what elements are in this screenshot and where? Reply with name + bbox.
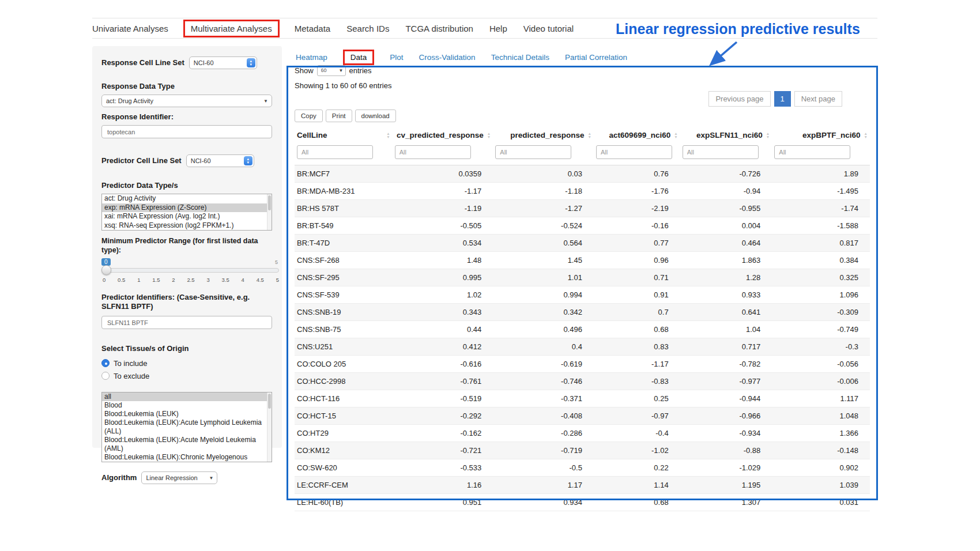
table-row[interactable]: CNS:SF-2681.481.450.961.8630.384 (295, 252, 870, 269)
copy-button[interactable]: Copy (295, 110, 323, 122)
column-header-act609699-nci60[interactable]: act609699_nci60▲▼ (594, 127, 680, 144)
cell-value: 0.934 (493, 494, 594, 511)
table-row[interactable]: CO:HCT-15-0.292-0.408-0.97-0.9661.048 (295, 407, 870, 425)
table-row[interactable]: CNS:SF-2950.9951.010.711.280.325 (295, 269, 870, 286)
table-row[interactable]: CO:SW-620-0.533-0.50.22-1.0290.902 (295, 459, 870, 477)
column-header-cellline[interactable]: CellLine▲▼ (295, 127, 393, 144)
response-data-type-select[interactable]: act: Drug Activity (101, 95, 272, 107)
results-table: CellLine▲▼cv_predicted_response▲▼predict… (295, 127, 870, 511)
table-row[interactable]: CNS:SNB-190.3430.3420.70.641-0.309 (295, 304, 870, 321)
table-row[interactable]: BR:T-47D0.5340.5640.770.4640.817 (295, 235, 870, 252)
cell-value: 1.048 (772, 407, 870, 425)
cell-value: 0.994 (493, 286, 594, 304)
nav-item-help[interactable]: Help (489, 24, 507, 33)
cell-value: -0.292 (393, 407, 493, 425)
table-row[interactable]: CO:HCT-116-0.519-0.3710.25-0.9441.117 (295, 390, 870, 407)
sort-icon: ▲▼ (386, 132, 390, 138)
filter-input-expbptf-nci60[interactable] (774, 145, 850, 159)
radio-icon (101, 359, 110, 367)
sort-icon: ▲▼ (674, 132, 677, 138)
cell-value: -0.966 (680, 407, 772, 425)
previous-page-button[interactable]: Previous page (708, 91, 770, 107)
nav-item-multivariate-analyses[interactable]: Multivariate Analyses (183, 20, 280, 37)
predictor-data-type-option[interactable]: act: Drug Activity (102, 194, 272, 203)
cell-value: 1.039 (772, 477, 870, 494)
filter-input-cv-predicted-response[interactable] (395, 145, 471, 159)
table-row[interactable]: CO:COLO 205-0.616-0.619-1.17-0.782-0.056 (295, 356, 870, 373)
sort-icon: ▲▼ (864, 132, 868, 138)
filter-input-cellline[interactable] (297, 145, 373, 159)
column-header-predicted-response[interactable]: predicted_response▲▼ (493, 127, 594, 144)
slider-handle[interactable] (101, 265, 111, 275)
column-header-expslfn11-nci60[interactable]: expSLFN11_nci60▲▼ (680, 127, 772, 144)
page-1-button[interactable]: 1 (774, 91, 791, 107)
filter-input-act609699-nci60[interactable] (596, 145, 672, 159)
tab-cross-validation[interactable]: Cross-Validation (419, 53, 476, 62)
table-row[interactable]: CO:HCC-2998-0.761-0.746-0.83-0.977-0.006 (295, 373, 870, 390)
predictor-cell-line-set-select[interactable]: NCI-60 (186, 154, 254, 167)
column-header-expbptf-nci60[interactable]: expBPTF_nci60▲▼ (772, 127, 870, 144)
slider-tick-label: 2.5 (187, 277, 194, 283)
cell-value: -0.934 (680, 425, 772, 442)
filter-input-expslfn11-nci60[interactable] (683, 145, 759, 159)
top-nav: Univariate AnalysesMultivariate Analyses… (92, 19, 574, 37)
radio-icon (101, 372, 110, 380)
tab-technical-details[interactable]: Technical Details (491, 53, 549, 62)
response-identifier-input[interactable] (101, 125, 272, 138)
next-page-button[interactable]: Next page (794, 91, 842, 107)
tissue-option[interactable]: Blood (102, 401, 272, 410)
cell-value: -1.588 (772, 217, 870, 235)
cell-value: 0.325 (772, 269, 870, 286)
print-button[interactable]: Print (326, 110, 352, 122)
show-entries-select[interactable]: 60 (317, 65, 346, 76)
predictor-identifiers-input[interactable] (101, 316, 272, 329)
filter-input-predicted-response[interactable] (495, 145, 571, 159)
nav-item-search-ids[interactable]: Search IDs (346, 24, 389, 33)
table-row[interactable]: LE:HL-60(TB)0.9510.9340.681.3070.031 (295, 494, 870, 511)
tab-heatmap[interactable]: Heatmap (296, 53, 327, 62)
predictor-data-type-option[interactable]: xai: mRNA Expression (Avg. log2 Int.) (102, 212, 272, 221)
column-header-cv-predicted-response[interactable]: cv_predicted_response▲▼ (393, 127, 493, 144)
tab-partial-correlation[interactable]: Partial Correlation (565, 53, 627, 62)
table-row[interactable]: BR:MCF70.03590.030.76-0.7261.89 (295, 165, 870, 183)
tissue-include-radio[interactable]: To include (101, 357, 273, 369)
table-row[interactable]: CNS:SNB-750.440.4960.681.04-0.749 (295, 321, 870, 338)
tab-data[interactable]: Data (343, 50, 375, 65)
tissue-option[interactable]: Blood:Leukemia (LEUK) (102, 410, 272, 418)
nav-item-metadata[interactable]: Metadata (295, 24, 331, 33)
scrollbar[interactable] (267, 194, 272, 230)
cell-value: -0.408 (493, 407, 594, 425)
table-row[interactable]: CNS:U2510.4120.40.830.717-0.3 (295, 338, 870, 356)
slider-track[interactable] (101, 268, 279, 273)
filter-cell (493, 144, 594, 165)
cell-value: -0.726 (680, 165, 772, 183)
table-row[interactable]: CO:HT29-0.162-0.286-0.4-0.9341.366 (295, 425, 870, 442)
cell-value: -0.97 (594, 407, 680, 425)
algorithm-select[interactable]: Linear Regression (141, 471, 217, 484)
response-cell-line-set-select[interactable]: NCI-60 (189, 56, 257, 69)
tissue-option[interactable]: Blood:Leukemia (LEUK):Chronic Myelogenou… (102, 453, 272, 462)
table-row[interactable]: CNS:SF-5391.020.9940.910.9331.096 (295, 286, 870, 304)
tissue-option[interactable]: all (102, 393, 272, 401)
nav-item-univariate-analyses[interactable]: Univariate Analyses (92, 24, 168, 33)
tab-plot[interactable]: Plot (390, 53, 403, 62)
tissue-option[interactable]: Blood:Leukemia (LEUK):Acute Myeloid Leuk… (102, 436, 272, 453)
predictor-data-type-option[interactable]: xsq: RNA-seq Expression (log2 FPKM+1.) (102, 221, 272, 231)
table-row[interactable]: BR:MDA-MB-231-1.17-1.18-1.76-0.94-1.495 (295, 183, 870, 200)
cell-value: 0.031 (772, 494, 870, 511)
download-button[interactable]: download (355, 110, 396, 122)
filter-cell (772, 144, 870, 165)
nav-item-tcga-distribution[interactable]: TCGA distribution (405, 24, 473, 33)
main-panel: HeatmapDataPlotCross-ValidationTechnical… (287, 48, 878, 511)
table-row[interactable]: LE:CCRF-CEM1.161.171.141.1951.039 (295, 477, 870, 494)
min-range-slider[interactable]: 0 5 00.511.522.533.544.55 (101, 258, 279, 286)
tissue-exclude-radio[interactable]: To exclude (101, 370, 273, 382)
tissue-option[interactable]: Blood:Leukemia (LEUK):Acute Lymphoid Leu… (102, 418, 272, 436)
table-row[interactable]: BR:HS 578T-1.19-1.27-2.19-0.955-1.74 (295, 200, 870, 217)
table-row[interactable]: BR:BT-549-0.505-0.524-0.160.004-1.588 (295, 217, 870, 235)
cell-value: -0.505 (393, 217, 493, 235)
table-row[interactable]: CO:KM12-0.721-0.719-1.02-0.88-0.148 (295, 442, 870, 459)
scrollbar[interactable] (267, 393, 272, 462)
predictor-data-type-option[interactable]: exp: mRNA Expression (Z-Score) (102, 203, 272, 213)
nav-item-video-tutorial[interactable]: Video tutorial (523, 24, 574, 33)
